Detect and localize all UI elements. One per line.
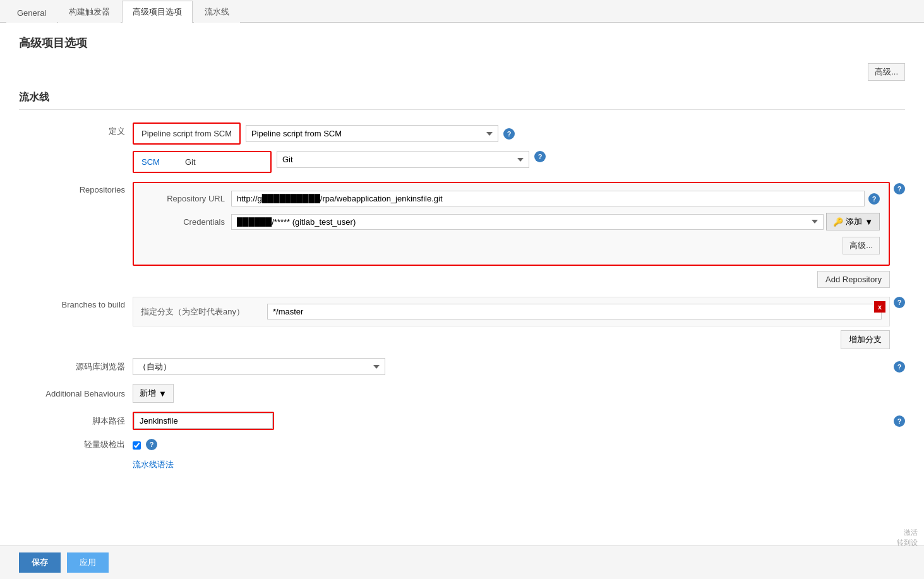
add-cred-label: 添加 (846, 216, 862, 227)
credentials-select[interactable]: ██████/***** (gitlab_test_user) (231, 214, 824, 230)
pipeline-script-label: Pipeline script from SCM (141, 129, 232, 138)
pipeline-section-title: 流水线 (19, 91, 905, 110)
tab-triggers[interactable]: 构建触发器 (58, 1, 121, 23)
repo-url-input[interactable] (231, 191, 865, 206)
new-behaviour-arrow: ▼ (159, 389, 167, 398)
scm-help-icon[interactable]: ? (534, 151, 546, 162)
script-path-input-wrapper (133, 412, 274, 430)
add-cred-dropdown-arrow: ▼ (865, 217, 873, 227)
repo-url-help-icon[interactable]: ? (868, 193, 880, 205)
lightweight-checkout-checkbox[interactable] (133, 441, 141, 450)
branches-help-icon[interactable]: ? (894, 297, 905, 308)
tab-general[interactable]: General (6, 3, 57, 23)
branch-card: x 指定分支（为空时代表any） (133, 297, 890, 326)
branches-row: Branches to build x 指定分支（为空时代表any） 增加分支 … (19, 297, 905, 349)
script-path-help-icon[interactable]: ? (894, 415, 905, 427)
branch-specifier-label: 指定分支（为空时代表any） (141, 306, 267, 318)
new-behaviour-label: 新增 (140, 388, 156, 399)
scm-value: Git (185, 157, 196, 167)
key-icon: 🔑 (833, 217, 843, 227)
page-title: 高级项目选项 (19, 35, 905, 51)
scm-label: SCM (141, 157, 160, 167)
new-behaviour-button[interactable]: 新增 ▼ (133, 384, 174, 403)
scm-highlight-box: SCM Git (133, 151, 272, 173)
repositories-label: Repositories (19, 182, 133, 194)
lightweight-checkout-row: 轻量级检出 ? (19, 439, 905, 450)
source-browser-right: （自动） (133, 358, 890, 375)
repo-advanced-row: 高级... (143, 237, 880, 254)
repositories-right: Repository URL ? Credentials ██████/****… (133, 182, 890, 288)
main-content: 高级项目选项 高级... 流水线 定义 Pipeline script from… (0, 23, 924, 579)
repo-advanced-button[interactable]: 高级... (843, 237, 880, 254)
script-path-row: 脚本路径 ? (19, 412, 905, 430)
tab-bar: General 构建触发器 高级项目选项 流水线 (0, 0, 924, 23)
top-advanced-button[interactable]: 高级... (868, 63, 905, 81)
branch-specifier-input[interactable] (267, 304, 882, 319)
source-browser-select[interactable]: （自动） (133, 358, 385, 375)
script-path-label: 脚本路径 (19, 415, 133, 427)
watermark-line1: 激活 (897, 528, 918, 537)
add-branch-row: 增加分支 (133, 330, 890, 349)
definition-select[interactable]: Pipeline script from SCM Pipeline script (246, 125, 498, 142)
add-branch-button[interactable]: 增加分支 (841, 330, 890, 349)
repo-url-label: Repository URL (143, 194, 231, 203)
source-browser-row: 源码库浏览器 （自动） ? (19, 358, 905, 375)
branches-label: Branches to build (19, 297, 133, 309)
credentials-row: Credentials ██████/***** (gitlab_test_us… (143, 213, 880, 230)
lightweight-checkout-help-icon[interactable]: ? (146, 439, 157, 450)
scm-select[interactable]: Git None (277, 151, 529, 168)
source-browser-label: 源码库浏览器 (19, 361, 133, 373)
script-path-input[interactable] (134, 413, 273, 429)
pipeline-syntax-link[interactable]: 流水线语法 (133, 459, 174, 470)
repo-url-row: Repository URL ? (143, 191, 880, 206)
credentials-label: Credentials (143, 217, 231, 227)
definition-help-icon[interactable]: ? (503, 128, 515, 140)
watermark: 激活 转到设 (897, 528, 918, 547)
remove-branch-button[interactable]: x (874, 301, 885, 313)
branch-inner-row: 指定分支（为空时代表any） (141, 304, 882, 319)
apply-button[interactable]: 应用 (67, 552, 109, 573)
tab-pipeline[interactable]: 流水线 (194, 1, 240, 23)
definition-label: 定义 (19, 122, 133, 137)
save-button[interactable]: 保存 (19, 552, 61, 573)
definition-row: 定义 Pipeline script from SCM Pipeline scr… (19, 122, 905, 173)
additional-behaviours-row: Additional Behaviours 新增 ▼ (19, 384, 905, 403)
add-credentials-button[interactable]: 🔑 添加 ▼ (826, 213, 880, 230)
branches-right: x 指定分支（为空时代表any） 增加分支 (133, 297, 890, 349)
lightweight-checkout-label: 轻量级检出 (19, 439, 133, 450)
pipeline-syntax-row: 流水线语法 (19, 459, 905, 470)
add-repository-button[interactable]: Add Repository (817, 271, 890, 288)
script-path-right (133, 412, 890, 430)
top-advanced-row: 高级... (19, 63, 905, 81)
repositories-help-icon[interactable]: ? (894, 183, 905, 194)
repositories-row: Repositories Repository URL ? Credential… (19, 182, 905, 288)
definition-highlight-box: Pipeline script from SCM (133, 122, 241, 145)
definition-right: Pipeline script from SCM Pipeline script… (133, 122, 905, 173)
add-repo-row: Add Repository (133, 271, 890, 288)
repo-card: Repository URL ? Credentials ██████/****… (133, 182, 890, 266)
bottom-bar: 保存 应用 (0, 546, 924, 579)
additional-behaviours-label: Additional Behaviours (19, 389, 133, 398)
tab-advanced-options[interactable]: 高级项目选项 (122, 1, 193, 23)
source-browser-help-icon[interactable]: ? (894, 361, 905, 373)
